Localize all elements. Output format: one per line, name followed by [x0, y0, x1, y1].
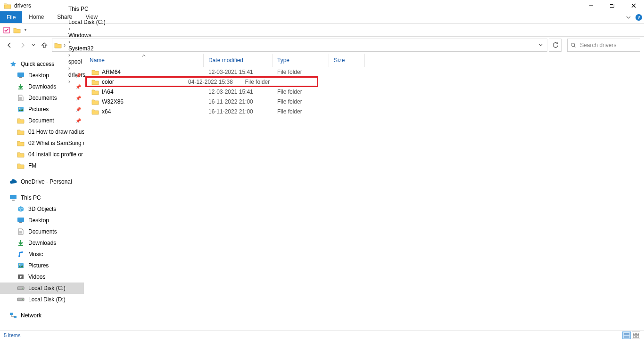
close-button[interactable]	[623, 0, 644, 11]
svg-rect-11	[10, 195, 17, 199]
qat-dropdown-icon[interactable]: ▼	[24, 28, 27, 32]
breadcrumb-segment[interactable]: Windows	[67, 32, 107, 39]
file-type: File folder	[272, 98, 329, 105]
sidebar-item[interactable]: Desktop	[0, 215, 84, 226]
sidebar-item[interactable]: 01 How to draw radius	[0, 126, 84, 137]
svg-rect-26	[633, 333, 636, 335]
svg-text:?: ?	[637, 15, 640, 20]
address-history-dropdown[interactable]	[537, 43, 545, 47]
sidebar-item[interactable]: 04 Install icc profile or	[0, 149, 84, 160]
search-box[interactable]	[567, 39, 640, 52]
table-row[interactable]: W32X8616-11-2022 21:00File folder	[84, 97, 644, 106]
sidebar-item-label: 3D Objects	[28, 206, 56, 212]
sidebar-item[interactable]: Desktop📌	[0, 70, 84, 81]
table-row[interactable]: ARM6412-03-2021 15:41File folder	[84, 67, 644, 77]
sidebar-item[interactable]: Documents📌	[0, 92, 84, 104]
qat-properties-icon[interactable]	[3, 26, 10, 34]
chevron-right-icon[interactable]: ›	[63, 42, 66, 48]
sidebar-item-label: Pictures	[28, 106, 49, 113]
svg-point-21	[22, 288, 23, 289]
sidebar-item[interactable]: Music	[0, 249, 84, 260]
folder-icon	[17, 151, 25, 158]
chevron-right-icon[interactable]: ›	[67, 39, 71, 45]
sidebar-item[interactable]: Downloads📌	[0, 81, 84, 92]
sidebar-quick-access[interactable]: Quick access	[0, 58, 84, 70]
table-row[interactable]: IA6412-03-2021 15:41File folder	[84, 87, 644, 97]
sidebar-item-label: Documents	[28, 95, 57, 101]
nav-forward-button[interactable]	[17, 40, 28, 51]
folder-icon	[17, 139, 25, 147]
sidebar-item[interactable]: 02 What is SamSung c	[0, 137, 84, 149]
file-name: W32X86	[102, 98, 124, 105]
svg-point-16	[18, 255, 20, 257]
sidebar-item-label: Music	[28, 251, 43, 258]
nav-back-button[interactable]	[4, 40, 15, 51]
pin-icon: 📌	[75, 73, 81, 78]
navigation-pane[interactable]: Quick access Desktop📌Downloads📌Documents…	[0, 54, 84, 331]
sidebar-item-label: FM	[28, 162, 36, 169]
sidebar-item[interactable]: Downloads	[0, 237, 84, 249]
sidebar-item-label: Desktop	[28, 217, 49, 224]
nav-up-button[interactable]	[39, 40, 50, 51]
qat-newfolder-icon[interactable]	[13, 26, 21, 34]
sidebar-item[interactable]: Pictures	[0, 260, 84, 271]
tab-home[interactable]: Home	[22, 11, 50, 23]
sidebar-item-label: Local Disk (D:)	[28, 296, 66, 303]
disk-icon	[17, 284, 25, 292]
sidebar-item[interactable]: Documents	[0, 226, 84, 237]
sidebar-item[interactable]: Local Disk (C:)	[0, 282, 84, 294]
file-type: File folder	[272, 108, 329, 115]
help-icon[interactable]: ?	[634, 11, 644, 23]
svg-rect-13	[17, 218, 24, 222]
file-type: File folder	[272, 69, 329, 75]
search-input[interactable]	[579, 41, 637, 49]
breadcrumb-segment[interactable]: System32	[67, 45, 107, 52]
pin-icon: 📌	[75, 107, 81, 112]
chevron-right-icon[interactable]: ›	[67, 12, 71, 19]
sidebar-item[interactable]: Pictures📌	[0, 104, 84, 115]
sidebar-network-label: Network	[21, 312, 41, 319]
breadcrumb-segment[interactable]: Local Disk (C:)	[67, 19, 107, 25]
column-date[interactable]: Date modified	[204, 54, 272, 67]
sidebar-item-label: Videos	[28, 274, 45, 280]
downloads-icon	[17, 83, 25, 90]
content-pane: Name Date modified Type Size ARM6412-03-…	[84, 54, 644, 331]
column-name[interactable]: Name	[84, 54, 204, 67]
pictures-icon	[17, 262, 25, 269]
sidebar-item[interactable]: Videos	[0, 271, 84, 282]
chevron-right-icon[interactable]: ›	[67, 25, 71, 32]
star-icon	[9, 60, 17, 68]
refresh-button[interactable]	[549, 39, 561, 52]
address-bar[interactable]: › This PC›Local Disk (C:)›Windows›System…	[52, 39, 547, 52]
view-large-icons-button[interactable]	[632, 331, 640, 339]
sidebar-item[interactable]: 3D Objects	[0, 203, 84, 215]
svg-rect-27	[636, 333, 639, 335]
column-size[interactable]: Size	[329, 54, 365, 67]
view-details-button[interactable]	[622, 331, 631, 339]
sidebar-network[interactable]: Network	[0, 310, 84, 321]
file-list[interactable]: ARM6412-03-2021 15:41File foldercolor04-…	[84, 67, 644, 116]
minimize-button[interactable]	[580, 0, 602, 11]
file-date: 12-03-2021 15:41	[204, 69, 272, 75]
window-folder-icon	[4, 2, 11, 9]
ribbon-expand-icon[interactable]	[623, 11, 634, 23]
folder-icon	[91, 108, 99, 115]
table-row[interactable]: x6416-11-2022 21:00File folder	[84, 106, 644, 116]
sidebar-onedrive[interactable]: OneDrive - Personal	[0, 176, 84, 187]
table-row[interactable]: color04-12-2022 15:38File folder	[86, 77, 318, 87]
pin-icon: 📌	[75, 84, 81, 89]
maximize-button[interactable]	[602, 0, 623, 11]
file-name: IA64	[102, 89, 114, 95]
file-type: File folder	[272, 89, 329, 95]
tab-file[interactable]: File	[0, 11, 22, 23]
sidebar-item-label: 01 How to draw radius	[28, 129, 84, 135]
sidebar-item[interactable]: Document📌	[0, 115, 84, 126]
sidebar-this-pc-label: This PC	[21, 194, 41, 201]
breadcrumb-segment[interactable]: This PC	[67, 6, 107, 12]
sidebar-item[interactable]: Local Disk (D:)	[0, 294, 84, 305]
sidebar-this-pc[interactable]: This PC	[0, 192, 84, 203]
sidebar-item[interactable]: FM	[0, 160, 84, 171]
sidebar-onedrive-label: OneDrive - Personal	[21, 178, 72, 185]
nav-recent-dropdown[interactable]	[30, 40, 37, 51]
column-type[interactable]: Type	[272, 54, 329, 67]
